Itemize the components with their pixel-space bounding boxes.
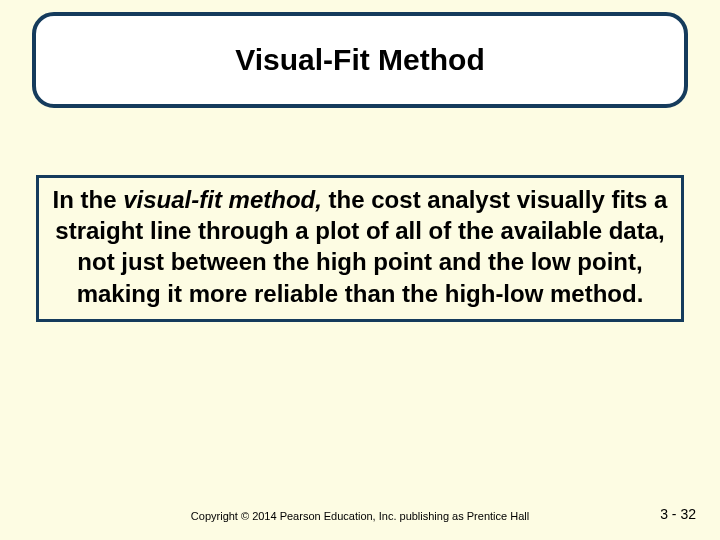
body-card: In the visual-fit method, the cost analy… — [36, 175, 684, 322]
slide-title: Visual-Fit Method — [235, 43, 484, 77]
body-italic: visual-fit method, — [123, 186, 322, 213]
footer-page-number: 3 - 32 — [660, 506, 696, 522]
title-card: Visual-Fit Method — [32, 12, 688, 108]
body-prefix: In the — [53, 186, 124, 213]
footer-copyright: Copyright © 2014 Pearson Education, Inc.… — [0, 510, 720, 522]
body-text: In the visual-fit method, the cost analy… — [47, 184, 673, 309]
